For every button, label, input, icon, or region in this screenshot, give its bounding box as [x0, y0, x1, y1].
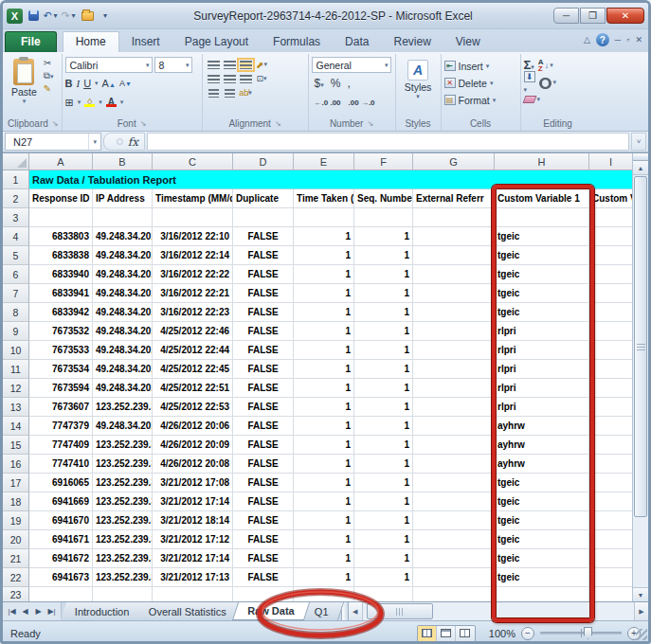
data-cell[interactable]	[413, 284, 495, 303]
empty-cell[interactable]	[413, 587, 495, 601]
data-cell[interactable]	[413, 265, 495, 284]
data-cell[interactable]: 3/16/2012 22:21	[153, 284, 233, 303]
data-cell[interactable]: 1	[354, 341, 413, 360]
find-select-button[interactable]: ▾	[539, 78, 557, 86]
formula-input[interactable]	[147, 133, 629, 151]
column-title-cell[interactable]: Custom V	[589, 189, 632, 208]
data-cell[interactable]: 7747409	[29, 436, 93, 455]
insert-cells-button[interactable]: ⇤Insert▾	[444, 58, 517, 74]
row-header-14[interactable]: 14	[3, 417, 29, 436]
data-cell[interactable]: 6833940	[29, 265, 93, 284]
report-title-cell[interactable]: Raw Data / Tabulation Report	[29, 170, 632, 189]
data-cell[interactable]: tgeic	[495, 284, 589, 303]
empty-cell[interactable]	[294, 587, 354, 601]
align-right-button[interactable]	[238, 72, 254, 85]
paste-button[interactable]: Paste ▾	[8, 56, 41, 106]
percent-style-button[interactable]: %	[331, 77, 341, 90]
data-cell[interactable]	[413, 455, 495, 474]
data-cell[interactable]: 1	[294, 436, 354, 455]
vertical-scroll-track[interactable]	[633, 518, 648, 587]
border-dropdown-icon[interactable]: ▾	[78, 98, 81, 106]
column-title-cell[interactable]: Duplicate	[233, 189, 294, 208]
clear-button[interactable]: ▾	[524, 96, 541, 103]
fill-color-dropdown-icon[interactable]: ▾	[99, 98, 102, 106]
data-cell[interactable]: 6916065	[29, 474, 93, 492]
data-cell[interactable]: 4/26/2012 20:09	[153, 436, 233, 455]
empty-cell[interactable]	[153, 208, 233, 227]
number-format-combobox[interactable]: General▾	[312, 57, 391, 73]
data-cell[interactable]: 49.248.34.202	[93, 417, 153, 436]
empty-cell[interactable]	[93, 587, 153, 601]
empty-cell[interactable]	[589, 208, 632, 227]
data-cell[interactable]	[589, 398, 632, 417]
column-title-cell[interactable]: Seq. Number	[354, 189, 413, 208]
data-cell[interactable]: 1	[294, 511, 354, 530]
data-cell[interactable]: 1	[354, 360, 413, 379]
data-cell[interactable]	[589, 511, 632, 530]
fill-button[interactable]: ⬇▾	[524, 71, 535, 94]
data-cell[interactable]: 1	[354, 568, 413, 587]
row-header-23[interactable]: 23	[3, 587, 29, 601]
column-header-a[interactable]: A	[29, 153, 93, 170]
horizontal-scrollbar[interactable]: ◀ ▶	[349, 602, 648, 620]
data-cell[interactable]: rlpri	[495, 379, 589, 398]
merge-center-button[interactable]: ⊡▾	[254, 72, 270, 85]
data-cell[interactable]: 3/21/2012 17:12	[153, 530, 233, 549]
vertical-scroll-thumb[interactable]	[634, 176, 647, 517]
data-cell[interactable]: tgeic	[495, 549, 589, 568]
row-header-5[interactable]: 5	[3, 246, 29, 265]
top-align-button[interactable]	[206, 58, 222, 71]
data-cell[interactable]: tgeic	[495, 246, 589, 265]
bold-button[interactable]: B	[65, 78, 73, 89]
row-header-21[interactable]: 21	[3, 549, 29, 568]
ribbon-tab-view[interactable]: View	[443, 32, 493, 52]
data-cell[interactable]	[589, 492, 632, 511]
row-header-7[interactable]: 7	[3, 284, 29, 303]
data-cell[interactable]: 4/26/2012 20:08	[153, 455, 233, 474]
data-cell[interactable]: 1	[294, 549, 354, 568]
save-button[interactable]	[26, 9, 41, 23]
data-cell[interactable]	[413, 379, 495, 398]
empty-cell[interactable]	[354, 587, 413, 601]
data-cell[interactable]	[413, 360, 495, 379]
zoom-slider-thumb[interactable]	[584, 627, 592, 639]
data-cell[interactable]: 1	[294, 568, 354, 587]
grow-font-button[interactable]: A▲	[102, 78, 116, 89]
align-left-button[interactable]	[206, 72, 222, 85]
grid[interactable]: ABCDEFGHI 1Raw Data / Tabulation Report2…	[3, 153, 632, 601]
empty-cell[interactable]	[294, 208, 354, 227]
styles-button[interactable]: A Styles ▾	[401, 56, 436, 101]
column-header-f[interactable]: F	[354, 153, 413, 170]
increase-indent-button[interactable]	[222, 86, 238, 99]
ribbon-tab-insert[interactable]: Insert	[119, 32, 172, 52]
data-cell[interactable]: FALSE	[233, 360, 294, 379]
data-cell[interactable]: 1	[294, 417, 354, 436]
data-cell[interactable]: 1	[354, 417, 413, 436]
redo-button[interactable]: ↷▾	[62, 9, 77, 23]
data-cell[interactable]: 1	[354, 246, 413, 265]
row-header-13[interactable]: 13	[3, 398, 29, 417]
column-title-cell[interactable]: Time Taken (	[294, 189, 354, 208]
data-cell[interactable]	[413, 530, 495, 549]
data-cell[interactable]: tgeic	[495, 568, 589, 587]
row-header-3[interactable]: 3	[3, 208, 29, 227]
data-cell[interactable]: 1	[354, 284, 413, 303]
data-cell[interactable]: rlpri	[495, 360, 589, 379]
data-cell[interactable]	[589, 455, 632, 474]
empty-cell[interactable]	[153, 587, 233, 601]
orientation-button[interactable]: ⬈▾	[254, 58, 270, 71]
page-layout-view-button[interactable]	[437, 626, 456, 641]
data-cell[interactable]: 49.248.34.202	[93, 322, 153, 341]
empty-cell[interactable]	[29, 208, 93, 227]
row-header-18[interactable]: 18	[3, 492, 29, 511]
data-cell[interactable]: tgeic	[495, 511, 589, 530]
row-header-22[interactable]: 22	[3, 568, 29, 587]
center-button[interactable]	[222, 72, 238, 85]
data-cell[interactable]	[589, 341, 632, 360]
row-header-8[interactable]: 8	[3, 303, 29, 322]
data-cell[interactable]: FALSE	[233, 379, 294, 398]
first-sheet-icon[interactable]: |◀	[6, 607, 18, 616]
zoom-slider[interactable]	[540, 632, 622, 635]
row-header-15[interactable]: 15	[3, 436, 29, 455]
data-cell[interactable]	[413, 492, 495, 511]
